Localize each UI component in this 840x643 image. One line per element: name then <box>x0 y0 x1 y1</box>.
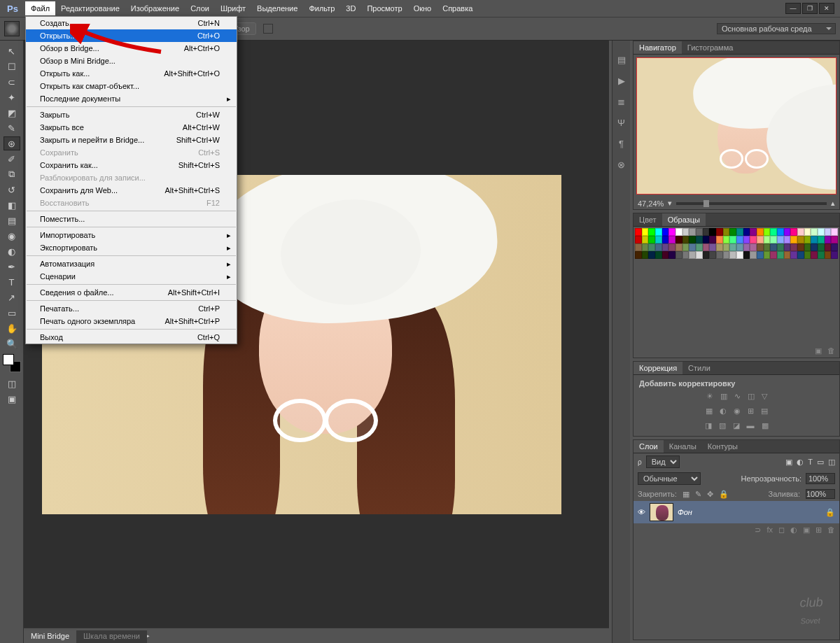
swatch[interactable] <box>662 243 669 251</box>
menu-item[interactable]: Закрыть и перейти в Bridge...Shift+Ctrl+… <box>26 134 237 146</box>
fg-bg-colors[interactable] <box>3 354 21 372</box>
navigator-preview[interactable] <box>636 57 836 195</box>
swatch[interactable] <box>682 251 690 259</box>
maximize-button[interactable]: ❐ <box>802 3 818 14</box>
lasso-tool-icon[interactable]: ⊂ <box>4 75 20 89</box>
eyedropper-tool-icon[interactable]: ✎ <box>4 121 20 135</box>
filter-type-icon[interactable]: T <box>808 458 813 466</box>
swatch[interactable] <box>818 228 825 236</box>
swatch[interactable] <box>709 228 716 236</box>
swatch[interactable] <box>703 236 710 243</box>
swatch[interactable] <box>736 251 743 259</box>
swatch[interactable] <box>825 236 832 243</box>
tab-adjustments[interactable]: Коррекция <box>634 362 682 374</box>
swatch[interactable] <box>642 251 649 259</box>
swatch[interactable] <box>764 228 771 236</box>
link-layers-icon[interactable]: ⊃ <box>755 525 761 535</box>
layer-kind-select[interactable]: Вид <box>646 455 680 468</box>
swatch[interactable] <box>662 236 669 243</box>
swatch[interactable] <box>648 228 655 236</box>
swatch[interactable] <box>716 243 723 251</box>
brush-panel-icon[interactable]: ⊗ <box>615 158 628 171</box>
swatch[interactable] <box>770 251 777 259</box>
swatch[interactable] <box>757 228 764 236</box>
swatch[interactable] <box>642 236 649 243</box>
tool-preset-icon[interactable] <box>4 21 20 36</box>
swatch[interactable] <box>825 228 832 236</box>
swatch[interactable] <box>750 243 757 251</box>
swatch[interactable] <box>655 251 662 259</box>
swatch[interactable] <box>723 228 730 236</box>
menu-слои[interactable]: Слои <box>185 1 215 15</box>
swatch-grid[interactable] <box>634 227 839 260</box>
hue-icon[interactable]: ▦ <box>706 407 713 416</box>
zoom-out-icon[interactable]: ▾ <box>668 199 672 208</box>
swatch[interactable] <box>784 236 791 243</box>
swatch[interactable] <box>804 228 811 236</box>
swatch[interactable] <box>743 243 750 251</box>
swatch[interactable] <box>797 236 804 243</box>
tab-color[interactable]: Цвет <box>634 213 662 226</box>
fill-input[interactable] <box>806 489 835 499</box>
swatch[interactable] <box>676 228 682 236</box>
brush-tool-icon[interactable]: ✐ <box>4 152 20 166</box>
swatch[interactable] <box>729 236 736 243</box>
menu-окно[interactable]: Окно <box>408 1 438 15</box>
swatch[interactable] <box>818 251 825 259</box>
swatch[interactable] <box>790 236 797 243</box>
swatch[interactable] <box>635 243 642 251</box>
swatch[interactable] <box>818 236 825 243</box>
zoom-in-icon[interactable]: ▴ <box>831 199 835 208</box>
swatch[interactable] <box>709 251 716 259</box>
blur-tool-icon[interactable]: ◉ <box>4 229 20 243</box>
tab-swatches[interactable]: Образцы <box>662 213 706 226</box>
swatch[interactable] <box>723 243 730 251</box>
swatch[interactable] <box>648 243 655 251</box>
paragraph-panel-icon[interactable]: ¶ <box>615 137 628 150</box>
menu-item[interactable]: Последние документы▸ <box>26 92 237 105</box>
lock-all-icon[interactable]: 🔒 <box>719 490 729 499</box>
swatch[interactable] <box>750 236 757 243</box>
swatch[interactable] <box>777 243 784 251</box>
swatch[interactable] <box>729 251 736 259</box>
swatch[interactable] <box>831 251 838 259</box>
swatch[interactable] <box>736 228 743 236</box>
swatch[interactable] <box>635 228 642 236</box>
menu-item[interactable]: ЗакрытьCtrl+W <box>26 108 237 121</box>
marquee-tool-icon[interactable]: ☐ <box>4 59 20 73</box>
pen-tool-icon[interactable]: ✒ <box>4 260 20 274</box>
swatch[interactable] <box>770 243 777 251</box>
menu-просмотр[interactable]: Просмотр <box>361 1 407 15</box>
visibility-icon[interactable]: 👁 <box>638 508 645 516</box>
path-tool-icon[interactable]: ↗ <box>4 290 20 304</box>
lock-pos-icon[interactable]: ✥ <box>707 490 713 499</box>
menu-item[interactable]: Сохранить как...Shift+Ctrl+S <box>26 159 237 171</box>
swatch[interactable] <box>790 228 797 236</box>
channel-mixer-icon[interactable]: ⊞ <box>748 407 754 416</box>
levels-icon[interactable]: ▥ <box>720 392 727 401</box>
wand-tool-icon[interactable]: ✦ <box>4 90 20 104</box>
tab-mini-bridge[interactable]: Mini Bridge <box>24 630 76 643</box>
swatch[interactable] <box>723 251 730 259</box>
threshold-icon[interactable]: ◪ <box>733 421 740 430</box>
menu-item[interactable]: Закрыть всеAlt+Ctrl+W <box>26 121 237 134</box>
actions-panel-icon[interactable]: ▶ <box>615 74 628 87</box>
swatch[interactable] <box>696 228 703 236</box>
swatch[interactable] <box>804 251 811 259</box>
menu-item[interactable]: Печать одного экземпляраAlt+Shift+Ctrl+P <box>26 315 237 327</box>
gradient-tool-icon[interactable]: ▤ <box>4 213 20 227</box>
swatch[interactable] <box>696 243 703 251</box>
posterize-icon[interactable]: ▧ <box>719 421 726 430</box>
swatch[interactable] <box>648 251 655 259</box>
menu-шрифт[interactable]: Шрифт <box>215 1 251 15</box>
swatch[interactable] <box>662 251 669 259</box>
swatch[interactable] <box>811 251 818 259</box>
swatch[interactable] <box>642 243 649 251</box>
swatch[interactable] <box>729 228 736 236</box>
menu-фильтр[interactable]: Фильтр <box>303 1 340 15</box>
eraser-tool-icon[interactable]: ◧ <box>4 198 20 212</box>
new-swatch-icon[interactable]: ▣ <box>815 346 822 355</box>
swatch[interactable] <box>811 243 818 251</box>
stamp-tool-icon[interactable]: ⧉ <box>4 167 20 181</box>
swatch[interactable] <box>703 251 710 259</box>
